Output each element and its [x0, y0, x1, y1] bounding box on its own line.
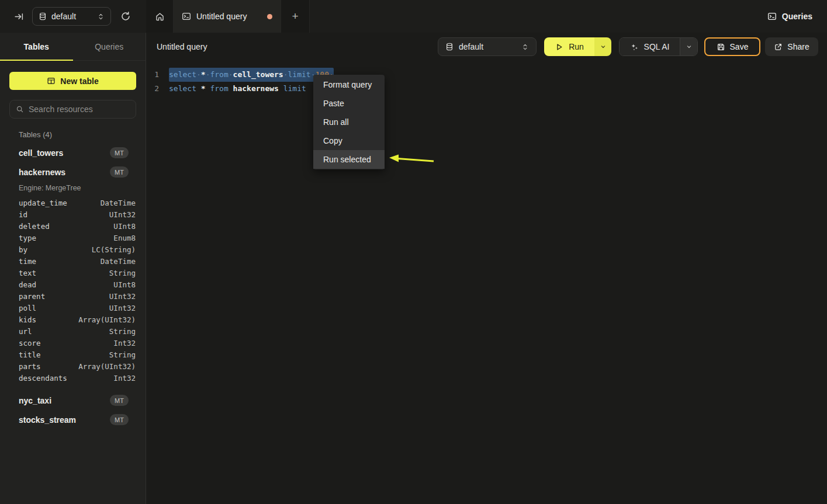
collapse-sidebar-button[interactable]	[13, 11, 25, 22]
column-row: idUInt32	[0, 208, 146, 220]
column-row: parentUInt32	[0, 290, 146, 302]
toolbar-database-selector[interactable]: default	[438, 37, 537, 56]
new-table-label: New table	[60, 77, 98, 86]
sidebar-collapse-icon	[14, 12, 24, 22]
code-text-selected[interactable]: select·*·from·cell_towers·limit·100·	[169, 68, 334, 82]
play-icon	[555, 43, 563, 51]
code-text[interactable]: select * from hackernews limit	[169, 82, 311, 96]
run-button[interactable]: Run	[544, 37, 594, 56]
column-type: UInt32	[109, 210, 136, 219]
column-type: LC(String)	[92, 245, 136, 254]
save-button-label: Save	[730, 42, 749, 51]
share-button[interactable]: Share	[765, 37, 818, 56]
annotation-arrow	[387, 152, 437, 166]
column-type: Array(UInt32)	[78, 315, 136, 324]
column-name: type	[19, 234, 113, 242]
new-table-button[interactable]: New table	[9, 72, 136, 90]
column-name: descendants	[19, 374, 113, 383]
database-selector[interactable]: default	[32, 7, 111, 26]
column-type: String	[109, 350, 136, 359]
sql-ai-options-caret[interactable]	[680, 38, 697, 55]
home-icon	[155, 12, 165, 22]
engine-badge: MT	[110, 166, 129, 178]
run-button-group: Run	[544, 37, 611, 56]
column-row: pollUInt32	[0, 302, 146, 314]
table-row-cell-towers[interactable]: cell_towers MT	[0, 143, 146, 162]
column-name: dead	[19, 280, 113, 289]
column-row: typeEnum8	[0, 232, 146, 244]
column-row: titleString	[0, 349, 146, 360]
table-name: stocks_stream	[19, 415, 110, 425]
tab-strip: Untitled query +	[146, 0, 310, 33]
sidebar-tab-tables[interactable]: Tables	[0, 33, 73, 60]
column-row: deadUInt8	[0, 279, 146, 290]
column-type: DateTime	[101, 257, 136, 266]
column-type: UInt32	[109, 304, 136, 312]
column-type: Int32	[113, 339, 136, 347]
save-button[interactable]: Save	[704, 37, 760, 56]
column-name: by	[19, 245, 92, 254]
database-icon	[39, 12, 47, 20]
column-row: update_timeDateTime	[0, 197, 146, 208]
tab-title: Untitled query	[196, 12, 262, 21]
queries-button-label: Queries	[782, 12, 812, 21]
refresh-button[interactable]	[119, 10, 132, 23]
table-name: nyc_taxi	[19, 396, 110, 405]
menu-item-copy[interactable]: Copy	[313, 131, 385, 150]
column-type: UInt8	[113, 222, 136, 231]
tables-section-label: Tables (4)	[19, 130, 146, 139]
chevron-up-down-icon	[521, 43, 529, 51]
column-row: byLC(String)	[0, 244, 146, 255]
queries-button[interactable]: Queries	[767, 12, 812, 21]
column-row: deletedUInt8	[0, 220, 146, 232]
toolbar-database-value: default	[459, 42, 516, 51]
menu-item-run-all[interactable]: Run all	[313, 113, 385, 131]
table-row-stocks-stream[interactable]: stocks_stream MT	[0, 410, 146, 429]
search-icon	[16, 105, 24, 113]
table-row-nyc-taxi[interactable]: nyc_taxi MT	[0, 391, 146, 410]
sql-editor[interactable]: 1select·*·from·cell_towers·limit·100·2se…	[146, 61, 827, 96]
main-panel: Untitled query default	[146, 33, 827, 504]
search-input[interactable]	[29, 105, 134, 114]
column-name: title	[19, 350, 109, 359]
column-type: String	[109, 269, 136, 277]
database-selector-value: default	[51, 12, 92, 21]
table-row-hackernews[interactable]: hackernews MT	[0, 162, 146, 182]
code-line[interactable]: 2select * from hackernews limit	[146, 82, 827, 96]
chevron-up-down-icon	[97, 13, 105, 20]
save-icon	[717, 43, 725, 51]
engine-badge: MT	[110, 395, 129, 406]
sidebar-tabs: Tables Queries	[0, 33, 146, 61]
terminal-icon	[767, 12, 777, 21]
column-row: textString	[0, 267, 146, 279]
column-name: id	[19, 210, 109, 219]
top-bar: default	[0, 0, 827, 33]
menu-item-paste[interactable]: Paste	[313, 94, 385, 113]
sql-ai-label: SQL AI	[644, 42, 670, 51]
menu-item-format-query[interactable]: Format query	[313, 75, 385, 94]
editor-context-menu: Format queryPasteRun allCopyRun selected	[313, 75, 385, 169]
sidebar: Tables Queries New table Tables (4)	[0, 33, 146, 504]
column-type: UInt32	[109, 292, 136, 301]
engine-badge: MT	[110, 147, 129, 158]
tab-untitled-query[interactable]: Untitled query	[174, 0, 281, 33]
new-tab-button[interactable]: +	[281, 0, 309, 33]
unsaved-changes-dot	[267, 14, 272, 19]
sidebar-tab-queries[interactable]: Queries	[73, 33, 146, 60]
table-name: hackernews	[19, 168, 110, 177]
share-button-label: Share	[787, 42, 809, 51]
code-line[interactable]: 1select·*·from·cell_towers·limit·100·	[146, 68, 827, 82]
column-name: poll	[19, 304, 109, 312]
run-options-caret[interactable]	[594, 37, 611, 56]
column-name: update_time	[19, 199, 101, 207]
menu-item-run-selected[interactable]: Run selected	[313, 150, 385, 169]
hackernews-columns-list: update_timeDateTimeidUInt32deletedUInt8t…	[0, 197, 146, 384]
line-number: 1	[147, 68, 159, 82]
column-type: Int32	[113, 374, 136, 383]
run-button-label: Run	[569, 42, 584, 51]
query-header: Untitled query default	[146, 33, 827, 61]
engine-badge: MT	[110, 414, 129, 425]
sql-ai-button[interactable]: SQL AI	[620, 38, 680, 55]
home-tab-button[interactable]	[146, 0, 174, 33]
column-type: DateTime	[101, 199, 136, 207]
